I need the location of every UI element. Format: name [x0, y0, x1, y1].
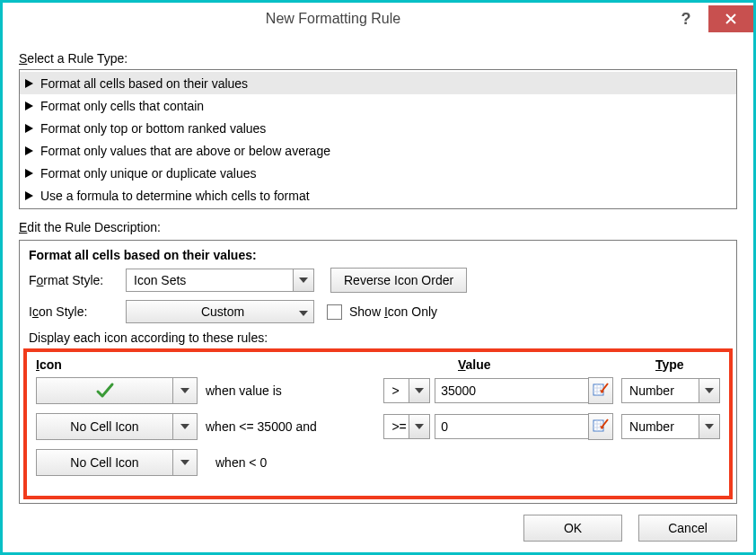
chevron-down-icon	[299, 304, 308, 319]
dialog-body: Select a Rule Type: Format all cells bas…	[3, 35, 753, 504]
close-button[interactable]	[708, 5, 753, 32]
icon-rules-area: Icon Value Type when value is>35000Numbe…	[23, 348, 733, 499]
type-combo[interactable]: Number	[621, 378, 720, 403]
ok-button[interactable]: OK	[523, 515, 622, 542]
icon-text: No Cell Icon	[70, 455, 138, 470]
rule-type-item[interactable]: Format only unique or duplicate values	[20, 162, 736, 184]
dialog-window: New Formatting Rule ? Select a Rule Type…	[0, 0, 756, 555]
icon-combo[interactable]	[36, 377, 198, 404]
condition-text: when < 0	[215, 455, 404, 470]
format-style-combo[interactable]: Icon Sets	[126, 269, 314, 292]
reverse-icon-order-button[interactable]: Reverse Icon Order	[330, 268, 467, 293]
chevron-down-icon	[293, 269, 313, 291]
format-style-label: Format Style:	[29, 273, 126, 287]
chevron-down-icon	[409, 415, 429, 438]
description-box: Format all cells based on their values: …	[19, 240, 737, 504]
condition-text: when value is	[206, 383, 383, 398]
condition-text: when <= 35000 and	[206, 419, 383, 434]
type-value: Number	[622, 383, 699, 398]
close-icon	[725, 13, 737, 25]
rule-type-text: Format only top or bottom ranked values	[40, 121, 266, 136]
triangle-icon	[25, 146, 33, 155]
triangle-icon	[25, 169, 33, 178]
rule-type-item[interactable]: Format only values that are above or bel…	[20, 139, 736, 162]
rule-type-item[interactable]: Format only top or bottom ranked values	[20, 117, 736, 139]
chevron-down-icon	[699, 415, 719, 438]
icon-style-row: Icon Style: Custom Show Icon Only	[29, 300, 727, 323]
svg-rect-0	[593, 384, 603, 395]
chevron-down-icon	[409, 379, 429, 402]
icon-preview: No Cell Icon	[37, 414, 172, 439]
icon-rule-row: No Cell Iconwhen <= 35000 and>=0Number	[36, 413, 720, 440]
dialog-footer: OK Cancel	[523, 515, 737, 542]
rule-type-item[interactable]: Format only cells that contain	[20, 94, 736, 117]
triangle-icon	[25, 79, 33, 88]
description-header: Format all cells based on their values:	[29, 248, 727, 262]
window-title: New Formatting Rule	[3, 11, 664, 27]
icon-text: No Cell Icon	[70, 419, 138, 434]
icon-style-value: Custom	[201, 304, 244, 319]
chevron-down-icon	[172, 378, 197, 403]
range-select-button[interactable]	[588, 377, 613, 404]
rule-type-list[interactable]: Format all cells based on their valuesFo…	[19, 69, 737, 209]
type-value: Number	[622, 419, 699, 434]
icon-style-label: Icon Style:	[29, 304, 126, 319]
format-style-row: Format Style: Icon Sets Reverse Icon Ord…	[29, 268, 727, 293]
column-headers: Icon Value Type	[36, 357, 720, 372]
rule-type-item[interactable]: Format all cells based on their values	[20, 72, 736, 94]
chevron-down-icon	[172, 414, 197, 439]
value-text: 0	[441, 419, 448, 434]
operator-combo[interactable]: >=	[383, 414, 430, 439]
rule-type-text: Format all cells based on their values	[40, 76, 248, 91]
value-input[interactable]: 0	[435, 414, 589, 439]
svg-rect-1	[593, 420, 603, 431]
icon-combo[interactable]: No Cell Icon	[36, 413, 198, 440]
operator-value: >=	[384, 419, 409, 434]
value-text: 35000	[441, 383, 476, 398]
display-each-label: Display each icon according to these rul…	[29, 330, 727, 345]
rule-type-text: Format only unique or duplicate values	[40, 166, 256, 181]
icon-preview: No Cell Icon	[37, 450, 172, 475]
value-input[interactable]: 35000	[435, 378, 589, 403]
icon-preview	[37, 378, 172, 403]
checkbox-box	[327, 304, 342, 320]
triangle-icon	[25, 101, 33, 110]
operator-combo[interactable]: >	[383, 378, 430, 403]
rule-type-text: Format only values that are above or bel…	[40, 144, 330, 158]
icon-combo[interactable]: No Cell Icon	[36, 449, 198, 476]
rule-type-text: Format only cells that contain	[40, 99, 204, 113]
format-style-value: Icon Sets	[127, 273, 293, 287]
show-icon-only-label: Show Icon Only	[349, 304, 437, 319]
icon-rule-row: when value is>35000Number	[36, 377, 720, 404]
icon-style-combo[interactable]: Custom	[126, 300, 314, 323]
help-button[interactable]: ?	[664, 5, 708, 32]
rule-type-text: Use a formula to determine which cells t…	[40, 189, 310, 203]
chevron-down-icon	[172, 450, 197, 475]
cancel-button[interactable]: Cancel	[638, 515, 737, 542]
range-select-button[interactable]	[588, 413, 613, 440]
chevron-down-icon	[699, 379, 719, 402]
select-rule-type-label: Select a Rule Type:	[19, 51, 737, 66]
title-bar: New Formatting Rule ?	[3, 3, 753, 35]
triangle-icon	[25, 124, 33, 133]
rule-type-item[interactable]: Use a formula to determine which cells t…	[20, 184, 736, 207]
edit-desc-label: Edit the Rule Description:	[19, 220, 737, 234]
icon-rule-row: No Cell Iconwhen < 0	[36, 449, 720, 476]
operator-value: >	[384, 383, 409, 398]
triangle-icon	[25, 191, 33, 200]
show-icon-only-checkbox[interactable]: Show Icon Only	[327, 304, 437, 320]
type-combo[interactable]: Number	[621, 414, 720, 439]
